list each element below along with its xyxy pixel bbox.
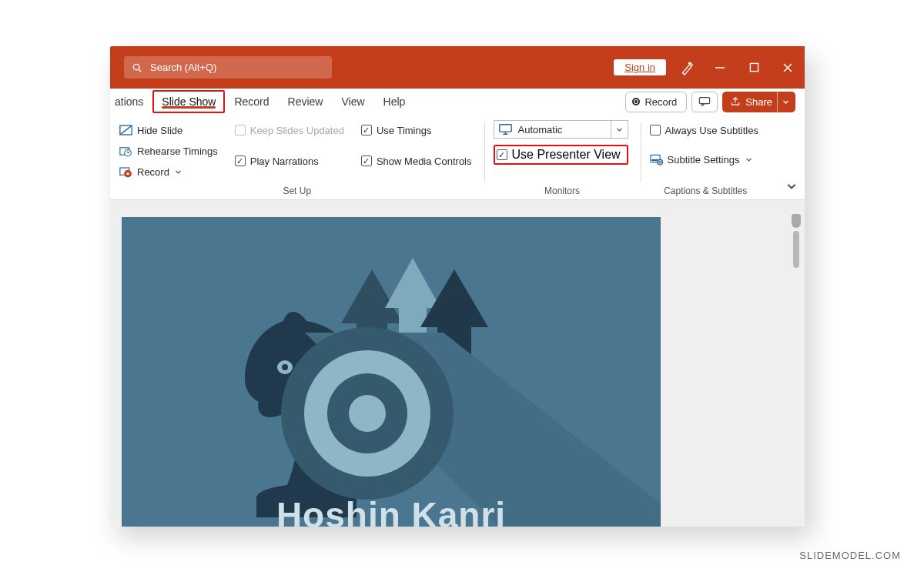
svg-rect-3 (750, 63, 758, 71)
signin-button[interactable]: Sign in (614, 59, 666, 75)
show-media-label: Show Media Controls (377, 156, 472, 167)
record-chevron (174, 169, 183, 176)
app-window: Search (Alt+Q) Sign in ations Slide Show… (110, 46, 805, 527)
ribbon-group-captions: ✓ Always Use Subtitles Subtitle Settings… (641, 115, 771, 199)
group-title-captions: Captions & Subtitles (641, 186, 771, 196)
ribbon-group-monitors: Automatic ✓ Use Presenter View Monitors (484, 115, 641, 199)
watermark-text: SLIDEMODEL.COM (799, 550, 901, 561)
svg-point-0 (133, 64, 139, 70)
tab-help[interactable]: Help (374, 89, 415, 115)
close-button[interactable] (771, 46, 805, 89)
maximize-button[interactable] (737, 46, 771, 89)
checkbox-checked-icon: ✓ (235, 156, 246, 166)
show-media-controls-checkbox[interactable]: ✓ Show Media Controls (361, 151, 472, 171)
tab-view[interactable]: View (332, 89, 373, 115)
chevron-down-icon (616, 126, 623, 133)
slide-preview[interactable]: Hoshin Kanri (122, 217, 661, 527)
chevron-down-icon (782, 99, 789, 105)
slide-target-graphic (279, 325, 456, 502)
always-subtitles-label: Always Use Subtitles (665, 125, 758, 136)
tab-slide-show[interactable]: Slide Show (152, 90, 225, 113)
monitor-selected-value: Automatic (518, 124, 563, 135)
svg-line-8 (121, 126, 132, 134)
coming-soon-icon[interactable] (674, 46, 703, 89)
keep-updated-label: Keep Slides Updated (250, 125, 344, 136)
ribbon: Hide Slide Rehearse Timings Record ✓ Kee… (110, 115, 805, 200)
hide-slide-label: Hide Slide (137, 125, 182, 136)
share-icon (730, 96, 741, 107)
search-placeholder: Search (Alt+Q) (150, 62, 216, 73)
svg-point-19 (657, 159, 662, 165)
presenter-view-label: Use Presenter View (512, 148, 621, 162)
play-narrations-checkbox[interactable]: ✓ Play Narrations (235, 151, 344, 171)
rehearse-label: Rehearse Timings (137, 146, 218, 157)
tab-review[interactable]: Review (279, 89, 333, 115)
scroll-up-button[interactable] (792, 214, 801, 228)
svg-line-1 (139, 69, 141, 71)
record-dot-icon (632, 98, 640, 105)
chevron-down-icon (786, 181, 797, 192)
svg-rect-14 (499, 125, 511, 132)
subtitle-settings-button[interactable]: Subtitle Settings (650, 149, 758, 169)
svg-rect-6 (700, 98, 710, 104)
svg-point-13 (126, 172, 129, 174)
tab-record[interactable]: Record (225, 89, 278, 115)
rehearse-icon (119, 146, 132, 157)
always-use-subtitles-checkbox[interactable]: ✓ Always Use Subtitles (650, 120, 758, 140)
record-icon (119, 166, 132, 178)
monitor-icon (499, 124, 512, 135)
checkbox-checked-icon: ✓ (497, 149, 507, 160)
slide-title-text: Hoshin Kanri (276, 494, 506, 527)
group-title-monitors: Monitors (484, 186, 641, 196)
record-button-label: Record (644, 96, 677, 108)
minimize-button[interactable] (703, 46, 737, 89)
checkbox-checked-icon: ✓ (361, 125, 372, 135)
subtitle-settings-label: Subtitle Settings (668, 154, 740, 166)
share-dropdown[interactable] (777, 92, 789, 112)
slide-canvas-area: Hoshin Kanri (110, 200, 805, 527)
checkbox-unchecked-icon: ✓ (650, 125, 661, 135)
collapse-ribbon-button[interactable] (786, 181, 797, 195)
search-input[interactable]: Search (Alt+Q) (124, 56, 332, 79)
checkbox-checked-icon: ✓ (361, 156, 372, 166)
record-dropdown-button[interactable]: Record (119, 162, 218, 182)
subtitle-chevron (744, 156, 753, 163)
play-narrations-label: Play Narrations (250, 156, 319, 167)
monitor-select[interactable]: Automatic (494, 120, 628, 139)
vertical-scrollbar[interactable] (791, 214, 802, 527)
share-button[interactable]: Share (722, 92, 795, 112)
checkbox-unchecked-icon: ✓ (235, 125, 246, 135)
hide-slide-icon (119, 125, 132, 136)
titlebar-right: Sign in (614, 46, 805, 89)
use-presenter-view-checkbox[interactable]: ✓ Use Presenter View (494, 145, 628, 165)
group-title-setup: Set Up (110, 186, 484, 196)
comments-button[interactable] (691, 92, 718, 112)
chevron-down-icon (175, 169, 182, 176)
keep-slides-updated-checkbox: ✓ Keep Slides Updated (235, 120, 344, 140)
tab-animations-partial[interactable]: ations (110, 89, 152, 115)
use-timings-label: Use Timings (377, 125, 432, 136)
record-button[interactable]: Record (625, 92, 687, 112)
titlebar: Search (Alt+Q) Sign in (110, 46, 805, 89)
scroll-thumb[interactable] (793, 231, 799, 268)
speech-bubble-icon (698, 96, 711, 107)
use-timings-checkbox[interactable]: ✓ Use Timings (361, 120, 472, 140)
svg-point-27 (349, 395, 386, 432)
monitor-select-dropdown[interactable] (611, 121, 623, 138)
share-button-label: Share (745, 96, 772, 108)
svg-rect-18 (651, 159, 658, 160)
hide-slide-button[interactable]: Hide Slide (119, 120, 218, 140)
chevron-down-icon (745, 156, 752, 163)
search-icon (132, 62, 142, 73)
subtitle-settings-icon (650, 154, 663, 166)
record-menu-label: Record (137, 166, 169, 178)
rehearse-timings-button[interactable]: Rehearse Timings (119, 141, 218, 161)
ribbon-tabs: ations Slide Show Record Review View Hel… (110, 89, 805, 115)
ribbon-group-setup: Hide Slide Rehearse Timings Record ✓ Kee… (110, 115, 484, 199)
